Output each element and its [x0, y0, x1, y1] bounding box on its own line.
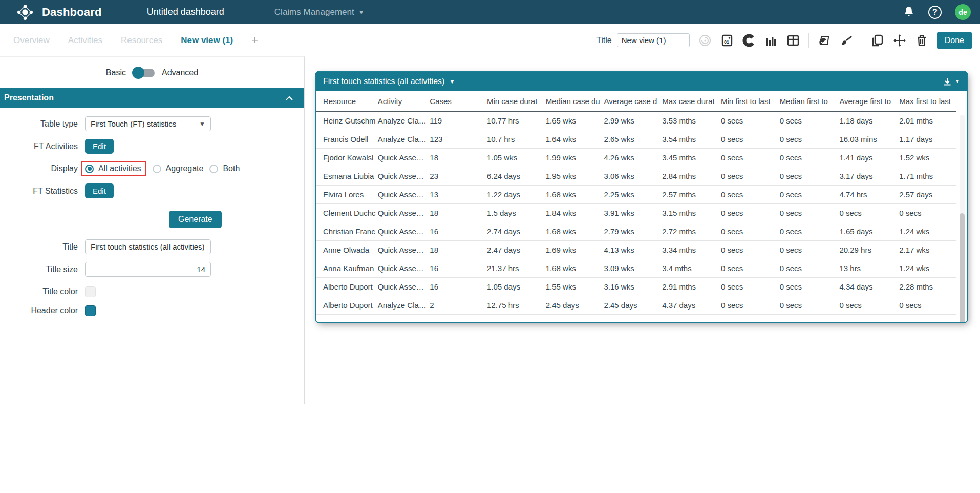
- table-type-select[interactable]: First Touch (FT) statistics ▼: [85, 116, 211, 131]
- table-cell: 119: [428, 111, 485, 130]
- app-window: Dashboard Untitled dashboard Claims Mana…: [0, 0, 980, 493]
- radio-all-activities[interactable]: All activities: [81, 161, 146, 176]
- table-row[interactable]: Anne OlwadaQuick Asse…182.47 days1.69 wk…: [316, 241, 956, 259]
- table-cell: 2.45 days: [544, 296, 602, 315]
- generate-button[interactable]: Generate: [169, 211, 222, 228]
- header-color-swatch[interactable]: [85, 305, 96, 316]
- add-view-button[interactable]: +: [251, 34, 258, 47]
- table-cell: 0 secs: [778, 167, 838, 186]
- table-cell: 4.37 days: [660, 296, 719, 315]
- column-header[interactable]: Average case d: [602, 91, 660, 111]
- title-color-swatch[interactable]: [85, 286, 96, 297]
- table-cell: 0 secs: [897, 296, 956, 315]
- table-cell: 0 secs: [837, 296, 897, 315]
- tab-overview[interactable]: Overview: [13, 35, 50, 46]
- view-toolbar: Overview Activities Resources New view (…: [0, 24, 980, 56]
- column-header[interactable]: Resource: [316, 91, 376, 111]
- widget-title-input[interactable]: [617, 33, 690, 47]
- kpi-widget-icon[interactable]: 01: [720, 34, 734, 47]
- table-cell: 0 secs: [719, 259, 778, 278]
- table-cell: 3.17 days: [837, 167, 897, 186]
- brush-icon[interactable]: [840, 34, 853, 47]
- table-type-label: Table type: [0, 119, 78, 129]
- table-row[interactable]: Alberto DuportQuick Asse…161.05 days1.55…: [316, 278, 956, 296]
- display-radio-group: All activities Aggregate Both: [85, 161, 240, 176]
- presentation-section-header[interactable]: Presentation: [0, 88, 304, 108]
- app-logo-icon: [16, 4, 34, 21]
- column-header[interactable]: Median case du: [544, 91, 602, 111]
- donut-chart-widget-icon[interactable]: 01: [742, 34, 756, 47]
- table-row[interactable]: Francis OdellAnalyze Cla…12310.7 hrs1.64…: [316, 130, 956, 149]
- table-cell: 20.29 hrs: [837, 241, 897, 259]
- done-button[interactable]: Done: [937, 32, 972, 49]
- radio-both[interactable]: Both: [209, 164, 240, 173]
- notifications-bell-icon[interactable]: [903, 6, 915, 19]
- column-header[interactable]: Max first to last: [897, 91, 956, 111]
- table-row[interactable]: Alberto DuportAnalyze Cla…212.75 hrs2.45…: [316, 296, 956, 315]
- svg-text:01: 01: [749, 42, 753, 45]
- table-cell: Quick Asse…: [376, 167, 428, 186]
- tab-activities[interactable]: Activities: [68, 35, 102, 46]
- table-cell: 2.74 days: [485, 222, 544, 241]
- delete-icon[interactable]: [915, 34, 928, 47]
- table-cell: 0 secs: [719, 130, 778, 149]
- edit-ft-activities-button[interactable]: Edit: [85, 139, 114, 154]
- dashboard-name[interactable]: Untitled dashboard: [147, 7, 224, 17]
- column-header[interactable]: Min case durat: [485, 91, 544, 111]
- table-row[interactable]: Fjodor KowalslQuick Asse…181.05 wks1.99 …: [316, 149, 956, 167]
- table-cell: 0 secs: [778, 222, 838, 241]
- table-cell: 1.22 days: [485, 186, 544, 204]
- widget-titlebar[interactable]: First touch statistics (all activities) …: [316, 72, 967, 91]
- table-cell: 16: [428, 278, 485, 296]
- radio-aggregate[interactable]: Aggregate: [153, 164, 204, 173]
- display-label: Display: [0, 164, 78, 173]
- table-cell: 1.99 wks: [544, 149, 602, 167]
- table-row[interactable]: Christian FrancQuick Asse…162.74 days1.6…: [316, 222, 956, 241]
- basic-advanced-toggle[interactable]: [133, 69, 155, 77]
- table-row[interactable]: Clement DuchcQuick Asse…181.5 days1.84 w…: [316, 204, 956, 222]
- help-icon[interactable]: ?: [928, 6, 942, 19]
- tab-new-view[interactable]: New view (1): [181, 35, 233, 46]
- tab-resources[interactable]: Resources: [121, 35, 162, 46]
- table-cell: 1.69 wks: [544, 241, 602, 259]
- table-row[interactable]: Anna KaufmanQuick Asse…1621.37 hrs1.68 w…: [316, 259, 956, 278]
- download-icon: [942, 76, 952, 87]
- table-cell: 2: [428, 296, 485, 315]
- table-row[interactable]: Esmana LiubiaQuick Asse…236.24 days1.95 …: [316, 167, 956, 186]
- table-cell: 0 secs: [719, 204, 778, 222]
- format-paint-icon[interactable]: [818, 34, 831, 47]
- table-cell: Quick Asse…: [376, 186, 428, 204]
- dataset-selector[interactable]: Claims Management ▼: [274, 7, 365, 17]
- table-cell: 4.13 wks: [602, 241, 660, 259]
- bar-chart-widget-icon[interactable]: [764, 34, 778, 47]
- table-cell: 3.34 mths: [660, 241, 719, 259]
- column-header[interactable]: Median first to: [778, 91, 838, 111]
- widget-title-field[interactable]: [85, 239, 211, 254]
- download-button[interactable]: ▼: [942, 76, 960, 87]
- radio-selected-icon: [85, 165, 94, 173]
- table-cell: 1.24 wks: [897, 222, 956, 241]
- column-header[interactable]: Activity: [376, 91, 428, 111]
- column-header[interactable]: Cases: [428, 91, 485, 111]
- table-widget-icon[interactable]: [786, 34, 800, 47]
- table-widget[interactable]: First touch statistics (all activities) …: [316, 72, 967, 322]
- scrollbar-thumb[interactable]: [960, 213, 965, 322]
- basic-label: Basic: [106, 68, 126, 77]
- column-header[interactable]: Min first to last: [719, 91, 778, 111]
- ft-statistics-label: FT Statistics: [0, 187, 78, 196]
- table-cell: Quick Asse…: [376, 222, 428, 241]
- table-row[interactable]: Elvira LoresQuick Asse…131.22 days1.68 w…: [316, 186, 956, 204]
- table-cell: 16.03 mins: [837, 130, 897, 149]
- column-header[interactable]: Max case durat: [660, 91, 719, 111]
- user-avatar[interactable]: de: [955, 4, 971, 20]
- table-cell: Alberto Duport: [316, 296, 376, 315]
- copy-icon[interactable]: [871, 34, 884, 47]
- radio-unselected-icon: [209, 165, 218, 173]
- table-cell: Alberto Duport: [316, 278, 376, 296]
- move-icon[interactable]: [893, 34, 906, 47]
- title-size-input[interactable]: [85, 262, 211, 277]
- column-header[interactable]: Average first to: [837, 91, 897, 111]
- edit-ft-statistics-button[interactable]: Edit: [85, 183, 114, 198]
- table-row[interactable]: Heinz GutschmAnalyze Cla…11910.77 hrs1.6…: [316, 111, 956, 130]
- table-cell: 18: [428, 241, 485, 259]
